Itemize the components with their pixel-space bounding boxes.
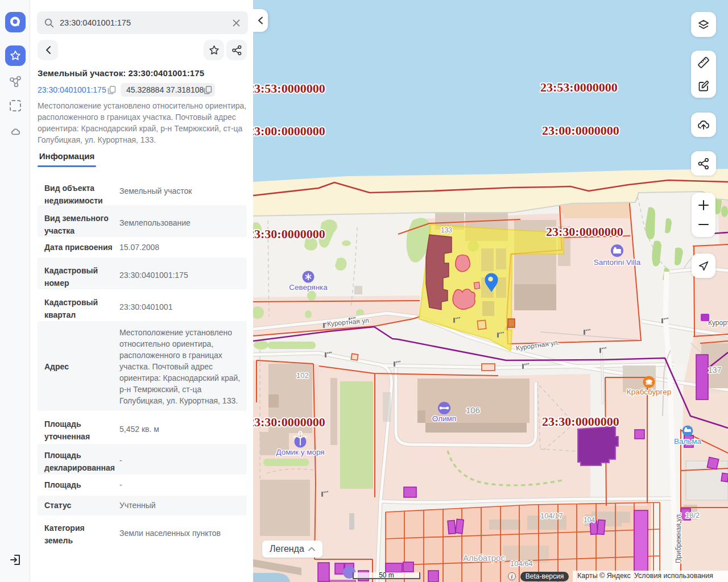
svg-text:133: 133 [441,226,452,234]
svg-text:23:00:0000000: 23:00:0000000 [253,124,325,138]
svg-text:104/64: 104/64 [510,559,533,568]
svg-text:23:53:0000000: 23:53:0000000 [540,80,618,94]
svg-text:Олимп: Олимп [432,414,456,423]
svg-text:137: 137 [708,365,722,375]
svg-text:18/2: 18/2 [685,511,700,519]
svg-text:104/17: 104/17 [540,512,563,520]
svg-text:102: 102 [296,371,309,380]
svg-text:Альбатрос: Альбатрос [463,553,505,563]
svg-text:104: 104 [584,516,595,524]
svg-text:Крабсбургер: Крабсбургер [627,388,671,396]
svg-text:Домик у моря: Домик у моря [276,448,324,456]
svg-text:23:30:0000000: 23:30:0000000 [253,415,325,429]
svg-text:23:30:0000000: 23:30:0000000 [253,227,325,241]
svg-text:Вальма: Вальма [674,437,702,446]
svg-text:Santorini Villa: Santorini Villa [594,258,641,267]
svg-text:106: 106 [466,405,480,415]
svg-text:Курортна: Курортна [708,319,728,327]
svg-text:23:53:0000000: 23:53:0000000 [253,81,325,95]
svg-text:23:30:0000000: 23:30:0000000 [542,414,619,429]
svg-text:23:00:0000000: 23:00:0000000 [542,123,619,138]
svg-text:Северянка: Северянка [289,283,328,292]
svg-text:23:30:0000000: 23:30:0000000 [546,225,623,239]
svg-text:Прибрежная ул.: Прибрежная ул. [675,513,682,563]
